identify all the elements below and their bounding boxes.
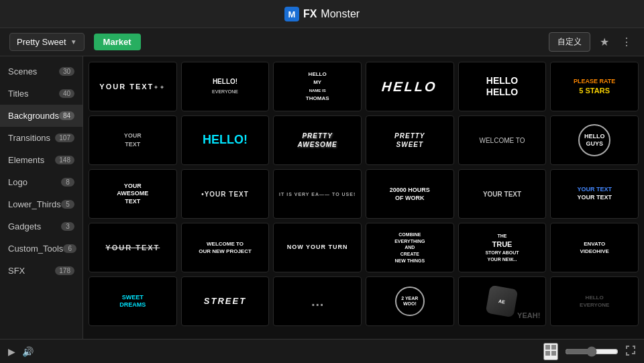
grid-item-3[interactable]: HELLOMYNAME ISTHOMAS <box>273 62 362 111</box>
sidebar-item-titles[interactable]: Titles 40 <box>0 83 83 105</box>
main-area: Scenes 30 Titles 40 Backgrounds 84 Trans… <box>0 56 644 339</box>
logo-fx-text: FX <box>303 8 317 20</box>
project-dropdown[interactable]: Pretty Sweet ▼ <box>9 33 85 51</box>
grid-item-9[interactable]: PRETTYAWESOME <box>273 115 362 165</box>
fullscreen-button[interactable] <box>625 345 636 358</box>
grid-item-14[interactable]: •YOUR TEXT <box>181 169 270 219</box>
grid-item-12[interactable]: HELLOGUYS <box>550 115 639 165</box>
sidebar-item-gadgets[interactable]: Gadgets 3 <box>0 215 83 238</box>
grid-item-29[interactable]: AE YEAH! <box>458 276 547 326</box>
svg-rect-4 <box>545 351 550 356</box>
grid-view-button[interactable] <box>543 343 558 360</box>
sidebar-transitions-label: Transitions <box>8 133 50 143</box>
grid-item-16[interactable]: 20000 HOURSOF WORK <box>366 169 454 219</box>
grid-item-28[interactable]: 2 YEARWOO! <box>366 276 454 326</box>
sidebar-backgrounds-label: Backgrounds <box>8 111 59 121</box>
sidebar-sfx-badge: 178 <box>55 266 74 275</box>
sidebar-scenes-badge: 30 <box>59 67 74 76</box>
sidebar-elements-badge: 148 <box>55 156 74 164</box>
sidebar-titles-label: Titles <box>8 89 29 99</box>
grid-item-5[interactable]: HELLOHELLO <box>458 62 547 111</box>
grid-item-10[interactable]: PRETTYSWEET <box>366 115 454 165</box>
more-options-button[interactable]: ⋮ <box>619 33 635 51</box>
customize-button[interactable]: 自定义 <box>549 32 590 52</box>
grid-item-22[interactable]: COMBINEEVERYTHINGANDCREATENEW THINGS <box>366 223 454 272</box>
zoom-slider[interactable] <box>565 346 619 357</box>
grid-item-20[interactable]: WELCOME TOOUR NEW PROJECT <box>181 223 270 272</box>
grid-item-24[interactable]: ENVATOVIDEOHIVE <box>550 223 639 272</box>
project-name-label: Pretty Sweet <box>17 37 66 47</box>
sidebar-customtools-label: Custom_Tools <box>8 244 63 254</box>
sidebar-item-logo[interactable]: Logo 8 <box>0 171 83 193</box>
topbar: M FXMonster <box>0 0 644 28</box>
statusbar-left: ▶ 🔊 <box>8 346 34 357</box>
grid-item-15[interactable]: IT IS VERY EA—— TO USE! <box>273 169 362 219</box>
grid-item-23[interactable]: THETRUESTORY ABOUTYOUR NEW... <box>458 223 547 272</box>
sidebar-item-custom-tools[interactable]: Custom_Tools 6 <box>0 238 83 260</box>
grid-item-4[interactable]: HELLO <box>366 62 454 111</box>
grid-item-19[interactable]: YOUR TEXT <box>89 223 177 272</box>
sidebar-transitions-badge: 107 <box>55 134 74 142</box>
sidebar-titles-badge: 40 <box>59 89 74 98</box>
grid-item-26[interactable]: STREET <box>181 276 270 326</box>
grid-item-27[interactable]: … <box>273 276 362 326</box>
statusbar: ▶ 🔊 <box>0 339 644 363</box>
statusbar-right <box>543 343 636 360</box>
grid-item-17[interactable]: YOUR TEXT <box>458 169 547 219</box>
sidebar-logo-badge: 8 <box>61 178 74 187</box>
grid-item-13[interactable]: YOURAWESOMETEXT <box>89 169 177 219</box>
market-tab[interactable]: Market <box>94 34 141 50</box>
secondbar-actions: 自定义 ★ ⋮ <box>549 32 635 52</box>
grid-item-8[interactable]: HELLO! <box>181 115 270 165</box>
sidebar-sfx-label: SFX <box>8 266 25 276</box>
svg-rect-5 <box>551 351 556 356</box>
logo-monster-text: Monster <box>321 8 360 20</box>
svg-text:M: M <box>288 9 295 19</box>
grid-item-2[interactable]: HELLO!EVERYONE <box>181 62 270 111</box>
fullscreen-icon <box>625 345 636 356</box>
sidebar-item-lower-thirds[interactable]: Lower_Thirds 5 <box>0 193 83 215</box>
sidebar-lowerthirds-label: Lower_Thirds <box>8 199 61 209</box>
sidebar-item-backgrounds[interactable]: Backgrounds 84 <box>0 105 83 127</box>
sidebar-customtools-badge: 6 <box>63 244 76 253</box>
app-logo: M FXMonster <box>284 7 360 21</box>
sidebar-backgrounds-badge: 84 <box>59 111 74 120</box>
sidebar-item-transitions[interactable]: Transitions 107 <box>0 127 83 149</box>
grid-item-1[interactable]: YOUR TEXT✦✦ <box>89 62 177 111</box>
star-button[interactable]: ★ <box>597 33 612 51</box>
sidebar-item-elements[interactable]: Elements 148 <box>0 149 83 171</box>
sidebar-scenes-label: Scenes <box>8 66 37 76</box>
sidebar: Scenes 30 Titles 40 Backgrounds 84 Trans… <box>0 56 83 339</box>
svg-rect-2 <box>545 345 550 350</box>
sidebar-logo-label: Logo <box>8 177 28 187</box>
grid-item-7[interactable]: YOURTEXT <box>89 115 177 165</box>
chevron-down-icon: ▼ <box>70 38 77 46</box>
grid-item-25[interactable]: SWEETDREAMS <box>89 276 177 326</box>
grid-item-21[interactable]: NOW YOUR TURN <box>273 223 362 272</box>
content-grid: YOUR TEXT✦✦ HELLO!EVERYONE HELLOMYNAME I… <box>83 56 644 339</box>
sidebar-elements-label: Elements <box>8 155 44 165</box>
zoom-slider-wrap <box>565 346 619 357</box>
secondbar: Pretty Sweet ▼ Market 自定义 ★ ⋮ <box>0 28 644 56</box>
grid-item-30[interactable]: HELLOEVERYONE <box>550 276 639 326</box>
grid-item-6[interactable]: PLEASE RATE5 STARS <box>550 62 639 111</box>
grid-item-11[interactable]: WELCOME TO <box>458 115 547 165</box>
svg-rect-3 <box>551 345 556 350</box>
logo-m-icon: M <box>284 7 299 21</box>
grid-item-18[interactable]: YOUR TEXTYOUR TEXT <box>550 169 639 219</box>
sidebar-gadgets-badge: 3 <box>61 222 74 231</box>
volume-button[interactable]: 🔊 <box>22 346 34 357</box>
sidebar-item-scenes[interactable]: Scenes 30 <box>0 60 83 83</box>
sidebar-lowerthirds-badge: 5 <box>61 200 74 209</box>
sidebar-gadgets-label: Gadgets <box>8 221 41 231</box>
sidebar-item-sfx[interactable]: SFX 178 <box>0 260 83 282</box>
grid-icon <box>545 344 557 356</box>
play-button[interactable]: ▶ <box>8 346 15 357</box>
